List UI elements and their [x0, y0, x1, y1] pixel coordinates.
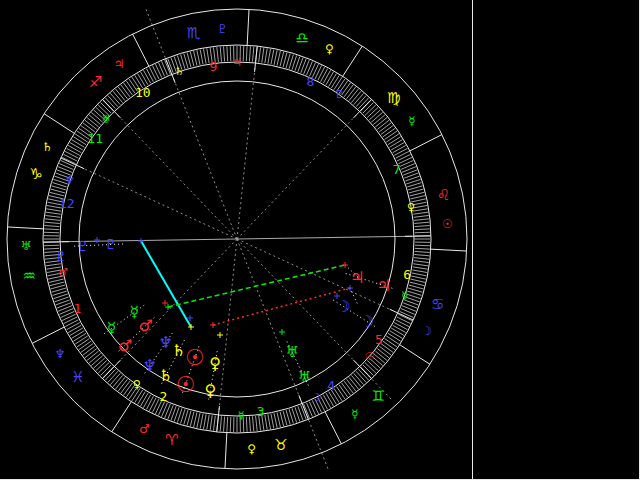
- degree-tick: [116, 377, 125, 389]
- house-number-10: 10: [135, 85, 151, 100]
- degree-tick: [414, 219, 429, 221]
- degree-tick: [401, 164, 415, 170]
- degree-tick: [246, 417, 247, 432]
- degree-tick: [388, 333, 401, 341]
- degree-tick: [412, 270, 427, 273]
- degree-tick: [46, 212, 61, 214]
- degree-tick: [414, 255, 429, 256]
- degree-tick: [224, 417, 225, 432]
- degree-tick: [50, 282, 65, 286]
- degree-tick: [253, 416, 254, 431]
- degree-tick: [375, 118, 387, 127]
- house-companion-glyph-1: ♂: [58, 266, 68, 279]
- degree-tick: [96, 360, 107, 370]
- degree-tick: [113, 91, 123, 102]
- degree-tick: [59, 309, 73, 315]
- aspect-square-venus-moon: [213, 288, 350, 325]
- degree-tick: [396, 151, 409, 158]
- degree-tick: [386, 134, 399, 142]
- inner-ring-venus-glyph: ♀: [209, 354, 221, 373]
- degree-tick: [323, 70, 330, 83]
- degree-tick: [44, 245, 59, 246]
- degree-tick: [268, 414, 271, 429]
- degree-tick: [110, 373, 120, 384]
- house-cusp-ray-8: [237, 115, 356, 239]
- degree-tick: [61, 311, 75, 317]
- sign-glyph-gemini: ♊: [371, 387, 384, 405]
- sign-boundary-line: [247, 9, 249, 45]
- sign-boundary-line: [343, 46, 363, 76]
- degree-tick: [118, 87, 127, 99]
- degree-tick: [286, 410, 290, 424]
- degree-tick: [152, 66, 159, 79]
- house-cusp-segment-3: [217, 406, 220, 432]
- degree-tick: [363, 365, 374, 376]
- astrolog-window: ♈♂♉♀♊☿♋☽♌☉♍☿♎♀♏♇♐♃♑♄♒♅♓♆1♂2♀3☿4☽5☉6☿7♀8♇…: [0, 0, 640, 480]
- degree-tick: [381, 126, 393, 135]
- degree-tick: [379, 346, 391, 355]
- house-number-3: 3: [257, 404, 265, 419]
- degree-tick: [393, 145, 406, 152]
- degree-tick: [149, 398, 156, 411]
- degree-tick: [385, 339, 397, 347]
- degree-tick: [393, 325, 406, 332]
- degree-tick: [413, 267, 428, 269]
- degree-tick: [409, 189, 423, 193]
- degree-tick: [354, 373, 364, 384]
- degree-tick: [83, 346, 95, 355]
- degree-tick: [70, 328, 83, 336]
- degree-tick: [138, 392, 146, 405]
- degree-tick: [329, 74, 337, 87]
- degree-tick: [124, 83, 133, 95]
- degree-tick: [162, 61, 168, 75]
- degree-tick: [321, 396, 328, 409]
- degree-tick: [44, 229, 59, 230]
- degree-tick: [146, 69, 153, 82]
- degree-tick: [146, 396, 153, 409]
- house-companion-glyph-3: ☿: [238, 409, 245, 422]
- degree-tick: [274, 50, 277, 65]
- degree-tick: [249, 46, 250, 61]
- degree-tick: [89, 353, 100, 363]
- degree-tick: [309, 402, 315, 416]
- degree-tick: [277, 412, 280, 427]
- sign-ruler-glyph-leo: ☉: [442, 217, 453, 231]
- degree-tick: [379, 123, 391, 132]
- degree-tick: [410, 196, 425, 199]
- degree-tick: [386, 336, 399, 344]
- degree-tick: [283, 53, 287, 67]
- degree-tick: [203, 49, 206, 64]
- degree-tick: [363, 103, 374, 114]
- degree-tick: [315, 66, 322, 79]
- house-number-2: 2: [160, 389, 168, 404]
- degree-tick: [135, 390, 143, 403]
- outer-ring-moon-glyph: ☽: [360, 312, 374, 331]
- degree-tick: [351, 91, 361, 102]
- inner-ring-jupiter-glyph: ♃: [350, 268, 364, 287]
- degree-tick: [64, 317, 77, 324]
- house-companion-glyph-10: ♄: [174, 65, 184, 78]
- degree-tick: [271, 414, 274, 429]
- degree-tick: [415, 229, 430, 230]
- degree-tick: [415, 245, 430, 246]
- chart-wheel: ♈♂♉♀♊☿♋☽♌☉♍☿♎♀♏♇♐♃♑♄♒♅♓♆1♂2♀3☿4☽5☉6☿7♀8♇…: [0, 0, 472, 480]
- degree-tick: [414, 222, 429, 223]
- degree-tick: [45, 215, 60, 217]
- house-cusp-segment-12: [61, 158, 85, 169]
- outer-ring-neptune-glyph: ♆: [143, 356, 157, 375]
- degree-tick: [49, 279, 64, 282]
- degree-tick: [200, 50, 203, 65]
- house-number-9: 9: [209, 59, 217, 74]
- sign-ruler-glyph-virgo: ☿: [408, 114, 415, 128]
- degree-tick: [89, 115, 100, 125]
- degree-tick: [79, 341, 91, 350]
- degree-tick: [184, 53, 188, 67]
- degree-tick: [365, 105, 376, 115]
- degree-tick: [59, 164, 73, 170]
- degree-tick: [72, 140, 85, 148]
- degree-tick: [274, 413, 277, 428]
- degree-tick: [401, 309, 415, 315]
- degree-tick: [68, 325, 81, 332]
- degree-tick: [391, 143, 404, 151]
- degree-tick: [415, 226, 430, 227]
